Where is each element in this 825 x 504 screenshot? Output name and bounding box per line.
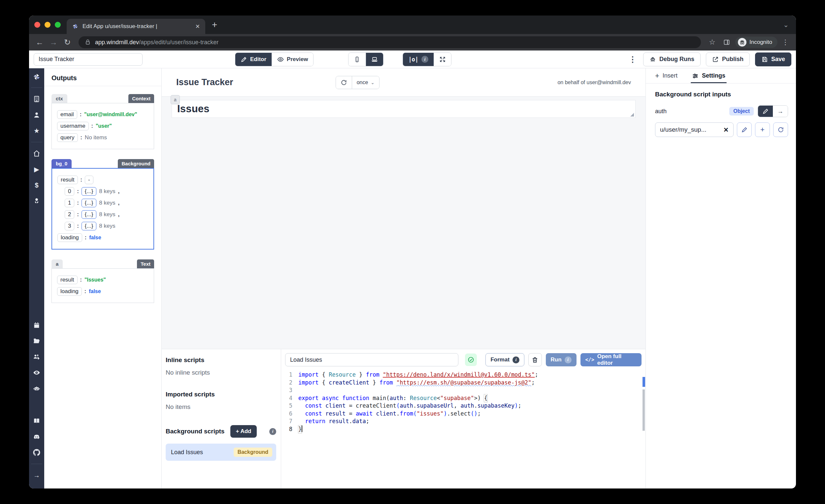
sidebar-item-user[interactable] [29, 108, 44, 122]
sidebar-item-schedules[interactable] [29, 318, 44, 332]
side-panel-icon[interactable] [723, 39, 730, 46]
sidebar-item-discord[interactable] [29, 430, 44, 443]
code-token: = [346, 402, 356, 410]
sidebar-item-github[interactable] [29, 446, 44, 459]
text-component[interactable]: a Issues [172, 100, 635, 118]
code-line[interactable]: 7 return result.data; [281, 418, 646, 425]
forward-button[interactable]: → [48, 38, 59, 47]
tab-settings[interactable]: Settings [692, 68, 725, 83]
array-index[interactable]: 1 [65, 199, 74, 207]
add-resource-button[interactable]: + [755, 123, 770, 137]
sidebar-item-folders[interactable] [29, 334, 44, 348]
address-field[interactable]: app.windmill.dev/apps/edit/u/user/issue-… [79, 36, 701, 48]
windmill-logo[interactable] [29, 68, 44, 85]
info-icon[interactable]: i [269, 428, 276, 435]
connect-mode-button[interactable]: → [773, 105, 788, 117]
array-index[interactable]: 2 [65, 210, 74, 219]
tab-insert[interactable]: + Insert [655, 68, 677, 83]
refresh-resource-button[interactable] [773, 123, 788, 137]
collapse-toggle[interactable]: - [85, 175, 93, 184]
array-index[interactable]: 0 [65, 187, 74, 196]
zoom-window-button[interactable] [55, 22, 61, 28]
object-expander[interactable]: {...} [81, 222, 97, 230]
fullscreen-button[interactable] [434, 53, 451, 66]
more-options-icon[interactable]: ⋮ [627, 55, 638, 64]
sidebar-item-resources[interactable] [29, 195, 44, 208]
output-key[interactable]: loading [57, 287, 82, 296]
sidebar-item-ai[interactable] [29, 382, 44, 395]
sidebar-item-usage[interactable]: $ [29, 178, 44, 192]
code-line[interactable]: 6 const result = await client.from("issu… [281, 410, 646, 418]
sidebar-item-workspace[interactable] [29, 92, 44, 105]
add-background-script-button[interactable]: + Add [230, 425, 256, 438]
output-tab-a[interactable]: a [52, 260, 63, 268]
static-mode-button[interactable] [758, 105, 773, 117]
output-key[interactable]: loading [57, 233, 82, 242]
background-script-row[interactable]: Load Issues Background [166, 444, 276, 461]
tab-search-chevron-icon[interactable]: ⌄ [783, 21, 789, 29]
object-expander[interactable]: {...} [81, 199, 97, 207]
output-key[interactable]: email [57, 110, 77, 119]
refresh-schedule-dropdown[interactable]: once ⌄ [352, 76, 379, 89]
output-tab-ctx[interactable]: ctx [52, 94, 67, 103]
clear-icon[interactable]: ✕ [723, 126, 729, 134]
publish-button[interactable]: Publish [706, 53, 750, 66]
editor-scrollbar[interactable] [643, 389, 645, 431]
delete-script-button[interactable] [528, 353, 541, 366]
code-line[interactable]: 8} [281, 425, 646, 433]
close-window-button[interactable] [34, 22, 40, 28]
refresh-button[interactable] [336, 76, 352, 89]
format-button[interactable]: Format i [485, 353, 524, 366]
editor-mode-button[interactable]: Editor [235, 53, 272, 66]
sidebar-item-groups[interactable] [29, 350, 44, 363]
output-tab-bg0[interactable]: bg_0 [52, 159, 72, 168]
code-line[interactable]: 2import { createClient } from "https://e… [281, 379, 646, 387]
sidebar-item-favorites[interactable]: ★ [29, 124, 44, 137]
preview-mode-button[interactable]: Preview [272, 53, 313, 66]
component-text: Issues [177, 103, 210, 115]
bg0-output-box[interactable]: result:- 0:{...}8 keys, 1:{...}8 keys, 2… [52, 168, 154, 249]
output-key[interactable]: result [57, 175, 78, 184]
run-button[interactable]: Run i [546, 353, 577, 366]
bookmark-star-icon[interactable]: ☆ [706, 38, 718, 47]
component-id-chip[interactable]: a [171, 95, 180, 104]
output-key[interactable]: query [57, 133, 78, 142]
a-output-box[interactable]: result:"Issues" loading:false [52, 268, 154, 303]
sidebar-expand-button[interactable]: → [29, 469, 44, 482]
sidebar-item-audit-logs[interactable] [29, 366, 44, 379]
new-tab-button[interactable]: + [212, 19, 217, 30]
output-key[interactable]: result [57, 276, 78, 284]
debug-runs-button[interactable]: Debug Runs [643, 53, 700, 66]
script-name-input[interactable] [285, 353, 458, 366]
resize-handle[interactable] [630, 113, 634, 117]
code-line[interactable]: 3 [281, 386, 646, 394]
browser-menu-icon[interactable]: ⋮ [779, 38, 791, 46]
object-expander[interactable]: {...} [81, 210, 97, 219]
code-line[interactable]: 4export async function main(auth: Resour… [281, 394, 646, 402]
edit-resource-button[interactable] [737, 123, 752, 137]
output-key[interactable]: username [57, 122, 89, 130]
minimize-window-button[interactable] [45, 22, 51, 28]
mobile-view-button[interactable] [349, 53, 366, 66]
reload-button[interactable]: ↻ [61, 38, 73, 47]
tab-close-icon[interactable]: ✕ [195, 23, 200, 30]
desktop-view-button[interactable] [366, 53, 383, 66]
browser-tab[interactable]: Edit App u/user/issue-tracker | ✕ [67, 19, 205, 34]
back-button[interactable]: ← [34, 38, 46, 47]
resource-picker-input[interactable]: u/user/my_sup... ✕ [655, 123, 734, 137]
code-line[interactable]: 1import { Resource } from "https://deno.… [281, 371, 646, 379]
code-line[interactable]: 5 const client = createClient(auth.supab… [281, 402, 646, 410]
object-expander[interactable]: {...} [81, 187, 97, 196]
save-button[interactable]: Save [755, 53, 791, 66]
app-name-input[interactable] [34, 53, 143, 66]
outputs-counter-button[interactable]: |o| i [403, 53, 434, 66]
window-controls[interactable] [29, 22, 67, 28]
sidebar-item-docs[interactable] [29, 414, 44, 427]
sidebar-item-home[interactable] [29, 147, 44, 160]
array-index[interactable]: 3 [65, 222, 74, 230]
sidebar-item-runs[interactable]: ▶ [29, 163, 44, 176]
ctx-output-box[interactable]: email:"user@windmill.dev" username:"user… [52, 103, 154, 149]
app-canvas[interactable]: a Issues [162, 97, 646, 349]
code-editor[interactable]: 1import { Resource } from "https://deno.… [281, 370, 646, 489]
open-full-editor-button[interactable]: </> Open full editor [581, 353, 642, 366]
